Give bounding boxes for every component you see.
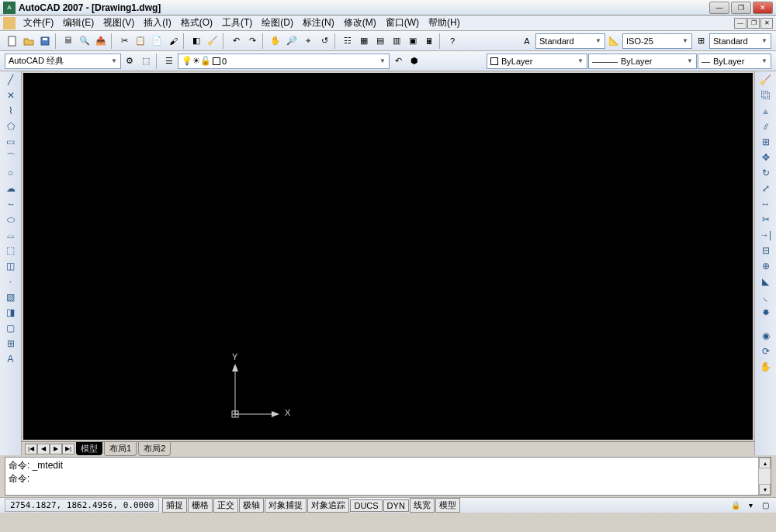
revcloud-icon[interactable]: ☁ xyxy=(3,181,19,195)
join-icon[interactable]: ⊕ xyxy=(758,259,774,273)
pan-icon[interactable]: ✋ xyxy=(268,33,283,49)
ellipse-arc-icon[interactable]: ⌓ xyxy=(3,228,19,242)
open-icon[interactable] xyxy=(21,33,36,49)
spline-icon[interactable]: ～ xyxy=(3,197,19,211)
sheetset-icon[interactable]: ▥ xyxy=(389,33,404,49)
menu-help[interactable]: 帮助(H) xyxy=(424,15,465,31)
snap-toggle[interactable]: 捕捉 xyxy=(162,498,187,513)
fillet-icon[interactable]: ◟ xyxy=(758,290,774,304)
stretch-icon[interactable]: ↔ xyxy=(758,197,774,211)
point-icon[interactable]: · xyxy=(3,275,19,288)
ducs-toggle[interactable]: DUCS xyxy=(350,499,382,512)
xline-icon[interactable]: ✕ xyxy=(3,88,19,102)
line-icon[interactable]: ╱ xyxy=(3,73,19,87)
tab-prev-icon[interactable]: ◀ xyxy=(37,444,50,454)
save-icon[interactable] xyxy=(37,33,53,49)
menu-view[interactable]: 视图(V) xyxy=(99,15,139,31)
extend-icon[interactable]: →| xyxy=(758,228,774,242)
erase-icon[interactable]: 🧹 xyxy=(758,73,774,87)
scroll-down-icon[interactable]: ▾ xyxy=(759,484,771,495)
mdi-minimize[interactable]: — xyxy=(734,18,747,29)
menu-format[interactable]: 格式(O) xyxy=(176,15,217,31)
drawing-canvas[interactable]: Y X xyxy=(23,73,753,440)
break-icon[interactable]: ⊟ xyxy=(758,244,774,257)
cut-icon[interactable]: ✂ xyxy=(116,33,132,49)
layer-states-icon[interactable]: ⬢ xyxy=(407,54,422,69)
osnap-toggle[interactable]: 对象捕捉 xyxy=(265,498,307,513)
calc-icon[interactable]: 🖩 xyxy=(421,33,437,49)
make-block-icon[interactable]: ◫ xyxy=(3,259,19,273)
zoom-rt-icon[interactable]: 🔎 xyxy=(284,33,300,49)
explode-icon[interactable]: ✸ xyxy=(758,306,774,320)
model-toggle[interactable]: 模型 xyxy=(435,498,460,513)
layer-manager-icon[interactable]: ☰ xyxy=(161,54,177,69)
command-window[interactable]: 命令: _mtedit 命令: ▴ ▾ xyxy=(5,457,771,496)
ortho-toggle[interactable]: 正交 xyxy=(213,498,238,513)
lwt-toggle[interactable]: 线宽 xyxy=(410,498,435,513)
scroll-up-icon[interactable]: ▴ xyxy=(759,458,771,468)
dimstyle-icon[interactable]: 📐 xyxy=(606,33,622,49)
menu-draw[interactable]: 绘图(D) xyxy=(257,15,298,31)
lineweight-combo[interactable]: — ByLayer▼ xyxy=(698,54,771,69)
pline-icon[interactable]: ⌇ xyxy=(3,104,19,118)
designcenter-icon[interactable]: ▦ xyxy=(356,33,372,49)
tab-next-icon[interactable]: ▶ xyxy=(50,444,62,454)
layer-prev-icon[interactable]: ↶ xyxy=(390,54,406,69)
toolpalette-icon[interactable]: ▤ xyxy=(372,33,388,49)
dyn-toggle[interactable]: DYN xyxy=(383,499,409,512)
workspace-settings-icon[interactable]: ⚙ xyxy=(122,54,137,69)
mdi-restore[interactable]: ❐ xyxy=(747,18,760,29)
move-icon[interactable]: ✥ xyxy=(758,150,774,164)
redo-icon[interactable]: ↷ xyxy=(244,33,260,49)
matchprop-icon[interactable]: 🖌 xyxy=(165,33,181,49)
rotate-icon[interactable]: ↻ xyxy=(758,166,774,180)
table-style-combo[interactable]: Standard▼ xyxy=(709,33,771,49)
tab-last-icon[interactable]: ▶| xyxy=(62,444,74,454)
circle-icon[interactable]: ○ xyxy=(3,166,19,180)
markup-icon[interactable]: ▣ xyxy=(405,33,421,49)
copy-icon[interactable]: 📋 xyxy=(133,33,148,49)
polygon-icon[interactable]: ⬠ xyxy=(3,119,19,133)
dim-style-combo[interactable]: ISO-25▼ xyxy=(622,33,692,49)
linetype-combo[interactable]: ——— ByLayer▼ xyxy=(588,54,697,69)
hatch-icon[interactable]: ▧ xyxy=(3,290,19,304)
polar-toggle[interactable]: 极轴 xyxy=(239,498,264,513)
preview-icon[interactable]: 🔍 xyxy=(77,33,92,49)
text-style-combo[interactable]: Standard▼ xyxy=(535,33,605,49)
help-icon[interactable]: ? xyxy=(445,33,460,49)
mdi-close[interactable]: ✕ xyxy=(760,18,773,29)
print-icon[interactable] xyxy=(61,33,76,49)
undo-icon[interactable]: ↶ xyxy=(228,33,244,49)
rectangle-icon[interactable]: ▭ xyxy=(3,135,19,149)
table-icon[interactable]: ⊞ xyxy=(3,337,19,351)
tab-first-icon[interactable]: |◀ xyxy=(25,444,37,454)
tablestyle-icon[interactable]: ⊞ xyxy=(693,33,708,49)
mirror-icon[interactable]: ⟁ xyxy=(758,104,774,118)
wheel-icon[interactable]: ◉ xyxy=(758,329,774,343)
workspace-save-icon[interactable]: ⬚ xyxy=(138,54,154,69)
otrack-toggle[interactable]: 对象追踪 xyxy=(307,498,349,513)
scale-icon[interactable]: ⤢ xyxy=(758,181,774,195)
clean-screen-icon[interactable]: ▢ xyxy=(759,500,771,511)
3dorbit-icon[interactable]: ⟳ xyxy=(758,344,774,358)
ellipse-icon[interactable]: ⬭ xyxy=(3,212,19,226)
comm-center-icon[interactable]: 🔒 xyxy=(729,500,742,511)
zoom-window-icon[interactable]: ⌖ xyxy=(300,33,316,49)
menu-file[interactable]: 文件(F) xyxy=(19,15,58,31)
workspace-combo[interactable]: AutoCAD 经典▼ xyxy=(5,54,121,69)
color-combo[interactable]: ByLayer▼ xyxy=(487,54,587,69)
coordinates[interactable]: 2754.1827, 1862.4956, 0.0000 xyxy=(5,499,159,512)
layer-combo[interactable]: 💡 ☀ 🔓 0 ▼ xyxy=(178,54,390,69)
copy-obj-icon[interactable]: ⿻ xyxy=(758,88,774,102)
trim-icon[interactable]: ✂ xyxy=(758,212,774,226)
menu-modify[interactable]: 修改(M) xyxy=(339,15,381,31)
tab-layout2[interactable]: 布局2 xyxy=(138,442,171,456)
mtext-icon[interactable]: A xyxy=(3,352,19,366)
3dpan-icon[interactable]: ✋ xyxy=(758,360,774,374)
block-icon[interactable]: ◧ xyxy=(189,33,204,49)
command-scrollbar[interactable]: ▴ ▾ xyxy=(758,458,771,495)
eraser-icon[interactable]: 🧹 xyxy=(205,33,220,49)
publish-icon[interactable]: 📤 xyxy=(93,33,109,49)
paste-icon[interactable]: 📄 xyxy=(149,33,165,49)
properties-icon[interactable]: ☷ xyxy=(340,33,355,49)
